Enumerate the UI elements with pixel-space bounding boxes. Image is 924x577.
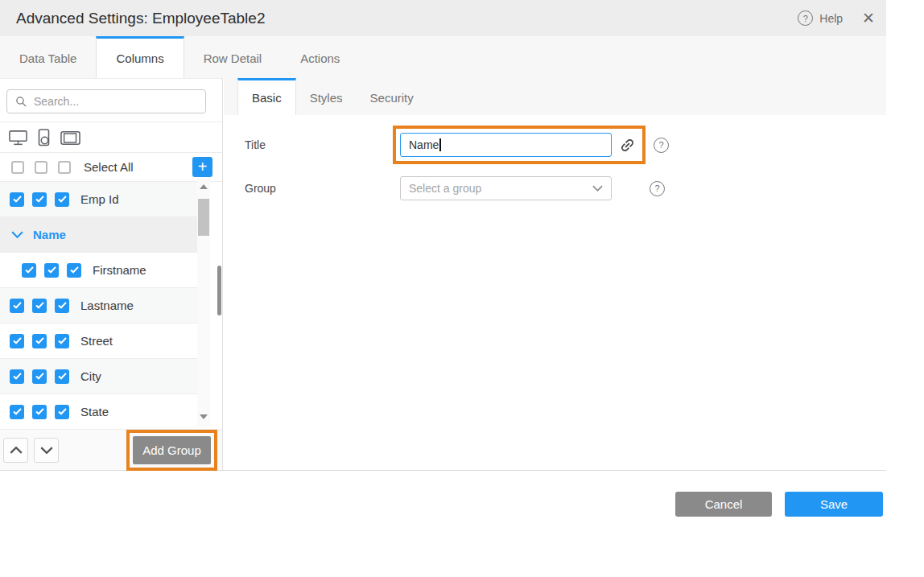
checkbox[interactable] — [32, 192, 47, 207]
link-icon[interactable] — [619, 137, 636, 154]
search-icon — [15, 96, 27, 108]
column-label: Emp Id — [80, 192, 119, 206]
group-select-placeholder: Select a group — [409, 182, 481, 195]
cancel-button[interactable]: Cancel — [675, 492, 772, 517]
save-button[interactable]: Save — [785, 492, 883, 517]
main-tab-bar: Data Table Columns Row Detail Actions — [0, 36, 886, 78]
add-column-button[interactable]: + — [192, 157, 212, 177]
header-actions: ? Help ✕ — [798, 10, 875, 26]
basic-tab-content: Title Name ? Group Select a group — [224, 115, 886, 200]
list-scrollbar[interactable] — [197, 178, 210, 426]
plus-icon: + — [198, 158, 208, 176]
add-group-button[interactable]: Add Group — [133, 436, 211, 464]
annotation-highlight-add-group: Add Group — [126, 430, 217, 471]
checkbox[interactable] — [10, 299, 24, 313]
checkbox[interactable] — [10, 369, 24, 384]
title-input[interactable]: Name — [400, 133, 612, 157]
detail-tab-bar: Basic Styles Security — [224, 78, 886, 115]
move-down-button[interactable] — [34, 438, 59, 463]
column-detail-panel: Basic Styles Security Title Name ? — [224, 78, 886, 470]
group-select[interactable]: Select a group — [400, 176, 612, 200]
scrollbar-thumb[interactable] — [198, 199, 209, 236]
checkbox[interactable] — [67, 263, 81, 278]
group-help-icon[interactable]: ? — [650, 181, 665, 196]
checkbox[interactable] — [22, 263, 36, 278]
checkbox[interactable] — [44, 263, 59, 278]
list-item-state[interactable]: State — [0, 394, 197, 430]
help-link[interactable]: Help — [819, 12, 843, 25]
annotation-highlight-title: Name — [393, 126, 646, 164]
chevron-down-icon[interactable] — [11, 231, 23, 238]
checkbox[interactable] — [32, 299, 47, 313]
dialog-header: Advanced Settings: EmployeeTable2 ? Help… — [0, 0, 886, 36]
list-item-emp-id[interactable]: Emp Id — [0, 182, 197, 217]
list-item-firstname[interactable]: Firstname — [0, 253, 197, 288]
tab-styles[interactable]: Styles — [296, 78, 357, 115]
select-all-row: Select All + — [0, 153, 222, 182]
checkbox[interactable] — [55, 334, 69, 348]
checkbox[interactable] — [32, 369, 47, 384]
checkbox[interactable] — [55, 192, 69, 207]
scroll-up-arrow-icon[interactable] — [200, 184, 208, 189]
list-item-city[interactable]: City — [0, 359, 197, 394]
list-group-name[interactable]: Name — [0, 217, 197, 253]
list-item-street[interactable]: Street — [0, 324, 197, 359]
checkbox[interactable] — [10, 192, 24, 207]
checkbox[interactable] — [55, 369, 69, 384]
tab-row-detail[interactable]: Row Detail — [184, 36, 282, 78]
select-all-checkbox-web[interactable] — [11, 161, 24, 174]
chevron-down-icon — [592, 185, 603, 192]
checkbox[interactable] — [32, 405, 47, 419]
scroll-down-arrow-icon[interactable] — [200, 414, 208, 419]
columns-panel: Search... Select All + — [0, 78, 886, 471]
checkbox[interactable] — [10, 334, 24, 348]
title-help-icon[interactable]: ? — [654, 138, 669, 153]
select-all-checkbox-phone[interactable] — [35, 161, 47, 174]
chevron-down-icon — [40, 447, 53, 454]
column-label: State — [80, 405, 109, 418]
chevron-up-icon — [10, 447, 23, 454]
search-input[interactable]: Search... — [6, 89, 206, 113]
move-up-button[interactable] — [3, 438, 28, 463]
checkbox[interactable] — [32, 334, 47, 348]
page-title: Advanced Settings: EmployeeTable2 — [16, 10, 798, 27]
tab-basic[interactable]: Basic — [237, 78, 296, 115]
tablet-icon[interactable] — [60, 130, 80, 146]
group-field-row: Group Select a group ? — [245, 176, 886, 200]
columns-sidebar: Search... Select All + — [0, 78, 223, 470]
close-icon[interactable]: ✕ — [862, 10, 875, 26]
title-field-label: Title — [245, 138, 400, 151]
column-label: City — [80, 369, 101, 383]
help-icon[interactable]: ? — [798, 10, 813, 26]
group-label: Name — [33, 228, 66, 241]
desktop-icon[interactable] — [9, 130, 27, 146]
column-label: Firstname — [93, 263, 146, 277]
tab-columns[interactable]: Columns — [96, 36, 184, 78]
select-all-checkbox-tablet[interactable] — [58, 161, 71, 174]
checkbox[interactable] — [55, 299, 69, 313]
checkbox[interactable] — [55, 405, 69, 419]
column-list: Emp Id Name Firstname Lastname — [0, 182, 222, 430]
phone-icon[interactable] — [36, 129, 52, 146]
search-placeholder: Search... — [34, 95, 79, 108]
list-item-lastname[interactable]: Lastname — [0, 288, 197, 324]
column-label: Street — [80, 334, 113, 348]
sidebar-footer: Add Group — [0, 429, 222, 470]
title-field-row: Title Name ? — [245, 126, 886, 164]
column-label: Lastname — [80, 299, 134, 312]
advanced-settings-dialog: Advanced Settings: EmployeeTable2 ? Help… — [0, 0, 886, 517]
search-section: Search... — [0, 79, 222, 122]
device-toggle-row — [0, 122, 222, 153]
panel-scrollbar-thumb[interactable] — [217, 266, 221, 315]
tab-actions[interactable]: Actions — [281, 36, 359, 78]
checkbox[interactable] — [10, 405, 24, 419]
group-field-label: Group — [245, 182, 400, 195]
dialog-footer: Cancel Save — [0, 471, 886, 517]
select-all-label: Select All — [84, 160, 134, 174]
tab-data-table[interactable]: Data Table — [0, 36, 96, 78]
title-input-value: Name — [409, 138, 439, 151]
text-caret — [439, 138, 441, 151]
tab-security[interactable]: Security — [357, 78, 427, 115]
